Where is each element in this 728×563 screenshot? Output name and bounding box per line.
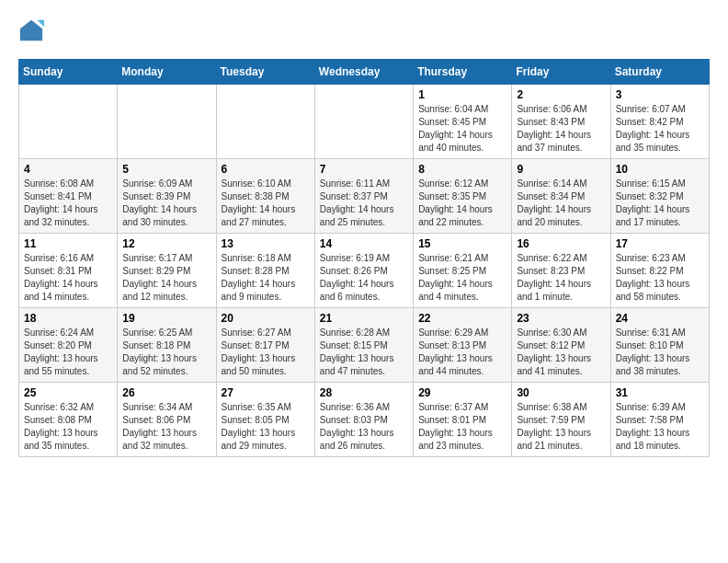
calendar-cell: 27Sunrise: 6:35 AM Sunset: 8:05 PM Dayli… [216, 383, 314, 457]
day-number: 6 [222, 163, 310, 176]
day-info: Sunrise: 6:14 AM Sunset: 8:34 PM Dayligh… [517, 178, 605, 229]
day-info: Sunrise: 6:21 AM Sunset: 8:25 PM Dayligh… [418, 252, 506, 304]
calendar-cell: 28Sunrise: 6:36 AM Sunset: 8:03 PM Dayli… [314, 383, 413, 457]
day-info: Sunrise: 6:07 AM Sunset: 8:42 PM Dayligh… [616, 103, 704, 155]
weekday-header: Friday [512, 60, 610, 85]
calendar-cell: 2Sunrise: 6:06 AM Sunset: 8:43 PM Daylig… [512, 85, 610, 159]
calendar-cell: 24Sunrise: 6:31 AM Sunset: 8:10 PM Dayli… [610, 308, 709, 383]
day-number: 26 [122, 386, 210, 399]
calendar-cell: 3Sunrise: 6:07 AM Sunset: 8:42 PM Daylig… [610, 85, 709, 159]
calendar-week-row: 11Sunrise: 6:16 AM Sunset: 8:31 PM Dayli… [19, 234, 710, 308]
calendar-cell: 10Sunrise: 6:15 AM Sunset: 8:32 PM Dayli… [610, 159, 709, 234]
calendar-cell: 21Sunrise: 6:28 AM Sunset: 8:15 PM Dayli… [314, 308, 413, 383]
day-info: Sunrise: 6:04 AM Sunset: 8:45 PM Dayligh… [418, 103, 506, 155]
day-number: 24 [616, 312, 704, 325]
day-number: 3 [616, 88, 704, 101]
weekday-header: Sunday [19, 60, 118, 85]
day-number: 8 [418, 163, 506, 176]
day-info: Sunrise: 6:06 AM Sunset: 8:43 PM Dayligh… [517, 103, 605, 155]
day-info: Sunrise: 6:16 AM Sunset: 8:31 PM Dayligh… [24, 252, 112, 304]
calendar-cell: 26Sunrise: 6:34 AM Sunset: 8:06 PM Dayli… [118, 383, 216, 457]
calendar-cell: 4Sunrise: 6:08 AM Sunset: 8:41 PM Daylig… [19, 159, 118, 234]
day-number: 9 [517, 163, 605, 176]
day-info: Sunrise: 6:10 AM Sunset: 8:38 PM Dayligh… [222, 178, 310, 229]
day-number: 5 [122, 163, 210, 176]
calendar-cell [216, 85, 314, 159]
day-number: 11 [24, 237, 112, 250]
day-info: Sunrise: 6:24 AM Sunset: 8:20 PM Dayligh… [24, 327, 112, 378]
day-info: Sunrise: 6:35 AM Sunset: 8:05 PM Dayligh… [222, 401, 310, 453]
day-number: 29 [418, 386, 506, 399]
calendar-cell: 30Sunrise: 6:38 AM Sunset: 7:59 PM Dayli… [512, 383, 610, 457]
calendar-cell: 7Sunrise: 6:11 AM Sunset: 8:37 PM Daylig… [314, 159, 413, 234]
calendar-cell: 11Sunrise: 6:16 AM Sunset: 8:31 PM Dayli… [19, 234, 118, 308]
day-info: Sunrise: 6:18 AM Sunset: 8:28 PM Dayligh… [222, 252, 310, 304]
day-number: 31 [616, 386, 704, 399]
day-info: Sunrise: 6:11 AM Sunset: 8:37 PM Dayligh… [320, 178, 408, 229]
logo-icon [18, 18, 44, 44]
day-number: 27 [222, 386, 310, 399]
calendar-cell: 13Sunrise: 6:18 AM Sunset: 8:28 PM Dayli… [216, 234, 314, 308]
calendar-cell: 6Sunrise: 6:10 AM Sunset: 8:38 PM Daylig… [216, 159, 314, 234]
day-info: Sunrise: 6:39 AM Sunset: 7:58 PM Dayligh… [616, 401, 704, 453]
weekday-header: Wednesday [314, 60, 413, 85]
calendar-cell: 23Sunrise: 6:30 AM Sunset: 8:12 PM Dayli… [512, 308, 610, 383]
day-number: 22 [418, 312, 506, 325]
calendar-cell: 9Sunrise: 6:14 AM Sunset: 8:34 PM Daylig… [512, 159, 610, 234]
calendar-cell: 12Sunrise: 6:17 AM Sunset: 8:29 PM Dayli… [118, 234, 216, 308]
calendar-cell: 19Sunrise: 6:25 AM Sunset: 8:18 PM Dayli… [118, 308, 216, 383]
day-info: Sunrise: 6:34 AM Sunset: 8:06 PM Dayligh… [122, 401, 210, 453]
weekday-header: Monday [118, 60, 216, 85]
day-number: 15 [418, 237, 506, 250]
day-number: 16 [517, 237, 605, 250]
day-info: Sunrise: 6:23 AM Sunset: 8:22 PM Dayligh… [616, 252, 704, 304]
calendar-cell: 17Sunrise: 6:23 AM Sunset: 8:22 PM Dayli… [610, 234, 709, 308]
day-info: Sunrise: 6:32 AM Sunset: 8:08 PM Dayligh… [24, 401, 112, 453]
weekday-header: Tuesday [216, 60, 314, 85]
day-number: 20 [222, 312, 310, 325]
calendar-cell: 22Sunrise: 6:29 AM Sunset: 8:13 PM Dayli… [414, 308, 512, 383]
day-info: Sunrise: 6:19 AM Sunset: 8:26 PM Dayligh… [320, 252, 408, 304]
svg-marker-0 [20, 20, 42, 40]
calendar-table: SundayMondayTuesdayWednesdayThursdayFrid… [18, 59, 710, 457]
calendar-header-row: SundayMondayTuesdayWednesdayThursdayFrid… [19, 60, 710, 85]
day-number: 18 [24, 312, 112, 325]
day-number: 4 [24, 163, 112, 176]
day-number: 12 [122, 237, 210, 250]
day-info: Sunrise: 6:38 AM Sunset: 7:59 PM Dayligh… [517, 401, 605, 453]
day-number: 14 [320, 237, 408, 250]
day-info: Sunrise: 6:08 AM Sunset: 8:41 PM Dayligh… [24, 178, 112, 229]
day-number: 19 [122, 312, 210, 325]
calendar-cell: 18Sunrise: 6:24 AM Sunset: 8:20 PM Dayli… [19, 308, 118, 383]
calendar-cell [118, 85, 216, 159]
day-info: Sunrise: 6:17 AM Sunset: 8:29 PM Dayligh… [122, 252, 210, 304]
day-info: Sunrise: 6:37 AM Sunset: 8:01 PM Dayligh… [418, 401, 506, 453]
day-number: 1 [418, 88, 506, 101]
day-info: Sunrise: 6:22 AM Sunset: 8:23 PM Dayligh… [517, 252, 605, 304]
calendar-cell: 5Sunrise: 6:09 AM Sunset: 8:39 PM Daylig… [118, 159, 216, 234]
day-info: Sunrise: 6:30 AM Sunset: 8:12 PM Dayligh… [517, 327, 605, 378]
day-info: Sunrise: 6:15 AM Sunset: 8:32 PM Dayligh… [616, 178, 704, 229]
day-info: Sunrise: 6:31 AM Sunset: 8:10 PM Dayligh… [616, 327, 704, 378]
day-number: 17 [616, 237, 704, 250]
day-number: 13 [222, 237, 310, 250]
day-number: 23 [517, 312, 605, 325]
page-header [18, 18, 710, 44]
calendar-cell [19, 85, 118, 159]
calendar-cell [314, 85, 413, 159]
day-info: Sunrise: 6:36 AM Sunset: 8:03 PM Dayligh… [320, 401, 408, 453]
day-info: Sunrise: 6:28 AM Sunset: 8:15 PM Dayligh… [320, 327, 408, 378]
day-number: 28 [320, 386, 408, 399]
calendar-cell: 16Sunrise: 6:22 AM Sunset: 8:23 PM Dayli… [512, 234, 610, 308]
calendar-week-row: 25Sunrise: 6:32 AM Sunset: 8:08 PM Dayli… [19, 383, 710, 457]
calendar-cell: 15Sunrise: 6:21 AM Sunset: 8:25 PM Dayli… [414, 234, 512, 308]
day-info: Sunrise: 6:12 AM Sunset: 8:35 PM Dayligh… [418, 178, 506, 229]
calendar-cell: 29Sunrise: 6:37 AM Sunset: 8:01 PM Dayli… [414, 383, 512, 457]
calendar-cell: 14Sunrise: 6:19 AM Sunset: 8:26 PM Dayli… [314, 234, 413, 308]
calendar-cell: 31Sunrise: 6:39 AM Sunset: 7:58 PM Dayli… [610, 383, 709, 457]
day-number: 7 [320, 163, 408, 176]
calendar-week-row: 4Sunrise: 6:08 AM Sunset: 8:41 PM Daylig… [19, 159, 710, 234]
calendar-cell: 20Sunrise: 6:27 AM Sunset: 8:17 PM Dayli… [216, 308, 314, 383]
day-number: 2 [517, 88, 605, 101]
day-number: 10 [616, 163, 704, 176]
